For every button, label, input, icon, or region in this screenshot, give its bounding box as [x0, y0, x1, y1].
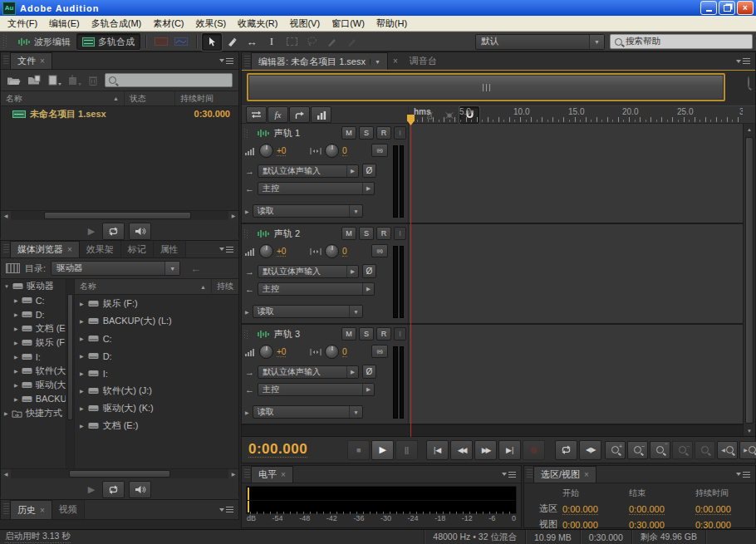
rewind-button[interactable]: ◀◀ — [450, 440, 473, 460]
back-icon[interactable]: ← — [190, 262, 201, 275]
monitor-button[interactable]: ((•)) — [371, 244, 388, 257]
tab-history[interactable]: 历史 × — [10, 500, 52, 519]
scroll-right-icon[interactable]: ▶ — [228, 469, 238, 478]
tree-item[interactable]: ▶驱动(大) (K:) — [1, 378, 66, 392]
view-mode-icon[interactable] — [6, 263, 20, 273]
rectangle-marquee-tool[interactable] — [282, 33, 302, 51]
column-name[interactable]: 名称▲ — [1, 91, 125, 105]
metering-icon[interactable] — [311, 106, 331, 123]
menu-favorites[interactable]: 收藏夹(R) — [232, 17, 283, 30]
insert-into-multitrack-icon[interactable] — [68, 75, 81, 86]
chevron-right-icon[interactable]: ▶ — [14, 326, 18, 331]
pan-value[interactable]: 0 — [342, 146, 347, 156]
menu-file[interactable]: 文件(F) — [2, 17, 43, 30]
chevron-right-icon[interactable]: ▶ — [80, 388, 84, 394]
zoom-out-time-button[interactable]: − — [627, 441, 648, 459]
zoom-in-time-button[interactable]: + — [605, 441, 626, 459]
zoom-in-point-button[interactable]: ◀ — [717, 441, 738, 459]
automation-mode-select[interactable]: 读取▼ — [253, 405, 363, 419]
automation-mode-select[interactable]: 读取▼ — [253, 305, 363, 318]
solo-button[interactable]: S — [359, 327, 374, 341]
tab-properties[interactable]: 属性 — [154, 241, 186, 257]
panel-menu-icon[interactable] — [736, 472, 750, 478]
drive-row[interactable]: ▶娱乐 (F:) — [75, 295, 238, 312]
menu-help[interactable]: 帮助(H) — [371, 17, 413, 30]
drive-row[interactable]: ▶驱动(大) (K:) — [75, 399, 238, 417]
files-search-input[interactable] — [120, 75, 228, 86]
automation-mode-select[interactable]: 读取▼ — [253, 204, 363, 218]
chevron-right-icon[interactable]: ▶ — [80, 353, 84, 359]
scroll-down-icon[interactable]: ▼ — [744, 425, 755, 437]
toolbar-grip[interactable] — [3, 35, 7, 48]
drive-row[interactable]: ▶I: — [75, 365, 238, 382]
pan-value[interactable]: 0 — [342, 247, 347, 257]
panel-menu-icon[interactable] — [219, 58, 233, 64]
mute-button[interactable]: M — [341, 126, 356, 140]
phase-button[interactable]: Ø — [362, 365, 376, 379]
scroll-thumb[interactable] — [745, 137, 754, 424]
preview-autoplay-button[interactable] — [129, 481, 151, 498]
tree-item[interactable]: ▶娱乐 (F:) — [1, 336, 66, 350]
menu-effects[interactable]: 效果(S) — [190, 17, 233, 30]
selection-duration[interactable]: 0:00.000 — [695, 504, 731, 515]
track-lane[interactable] — [409, 325, 755, 424]
tree-item[interactable]: ▶C: — [1, 293, 66, 307]
restore-button[interactable] — [719, 1, 735, 15]
tree-root[interactable]: ▼驱动器 — [1, 279, 66, 293]
scroll-left-icon[interactable]: ◀ — [1, 469, 11, 478]
time-selection-tool[interactable]: ↔ — [242, 33, 262, 51]
column-duration[interactable]: 持续 — [217, 281, 233, 292]
tab-effects-rack[interactable]: 效果架 — [80, 241, 121, 257]
close-tab-icon[interactable]: × — [584, 470, 589, 479]
move-tool[interactable] — [202, 33, 222, 51]
pause-button[interactable]: || — [395, 440, 418, 460]
phase-button[interactable]: Ø — [362, 264, 376, 278]
loop-playback-button[interactable] — [555, 440, 577, 460]
minimize-button[interactable] — [700, 1, 717, 15]
panel-grip[interactable] — [3, 244, 9, 254]
tab-selection-view[interactable]: 选区/视图 × — [533, 466, 596, 483]
solo-button[interactable]: S — [359, 126, 374, 140]
help-search-box[interactable]: 搜索帮助 — [610, 34, 753, 49]
drag-handle[interactable] — [244, 229, 248, 239]
panel-grip[interactable] — [527, 469, 533, 479]
close-tab-icon[interactable]: × — [393, 56, 398, 66]
track-input-select[interactable]: 默认立体声输入▶ — [258, 265, 359, 278]
go-to-end-button[interactable]: ▶| — [498, 440, 521, 460]
drive-row[interactable]: ▶D: — [75, 347, 238, 365]
close-tab-icon[interactable]: × — [281, 470, 286, 479]
record-arm-button[interactable]: R — [376, 327, 391, 341]
chevron-right-icon[interactable]: ▶ — [80, 423, 84, 429]
stop-button[interactable]: ■ — [347, 440, 370, 460]
pan-value[interactable]: 0 — [342, 347, 347, 357]
timeline-ruler[interactable]: hms 5.0 10.0 15.0 20.0 25.0 30 — [408, 106, 743, 123]
panel-menu-icon[interactable] — [219, 507, 233, 512]
record-arm-button[interactable]: R — [376, 126, 391, 140]
chevron-right-icon[interactable]: ▶ — [80, 370, 84, 376]
scroll-thumb[interactable] — [67, 294, 73, 420]
chevron-right-icon[interactable]: ▶ — [14, 311, 18, 317]
open-file-icon[interactable] — [7, 76, 21, 86]
crossfade-icon[interactable] — [246, 106, 267, 123]
panel-grip[interactable] — [244, 56, 250, 66]
fast-forward-button[interactable]: ▶▶ — [474, 440, 497, 460]
tree-shortcuts[interactable]: ▶快捷方式 — [1, 406, 66, 420]
track-lane[interactable] — [409, 124, 755, 223]
files-search-field[interactable] — [105, 73, 233, 87]
track-name[interactable]: 声轨 1 — [274, 127, 300, 140]
chevron-right-icon[interactable]: ▶ — [14, 382, 18, 388]
tab-media-browser[interactable]: 媒体浏览器 × — [10, 241, 80, 257]
track-output-select[interactable]: 主控▶ — [258, 282, 375, 296]
panel-menu-icon[interactable] — [219, 247, 233, 252]
spot-healing-tool[interactable] — [341, 33, 361, 51]
record-arm-button[interactable]: R — [376, 227, 391, 240]
panel-menu-icon[interactable] — [736, 58, 750, 64]
scroll-left-icon[interactable]: ◀ — [1, 211, 11, 220]
files-hscrollbar[interactable]: ◀ ▶ — [1, 210, 238, 220]
panel-grip[interactable] — [244, 469, 250, 479]
preview-play-button[interactable]: ▶ — [88, 484, 95, 495]
workspace-select[interactable]: 默认 ▼ — [475, 34, 605, 50]
menu-multitrack[interactable]: 多轨合成(M) — [86, 17, 148, 30]
tab-files[interactable]: 文件 × — [10, 52, 52, 69]
expander-icon[interactable]: ▶ — [245, 409, 249, 415]
